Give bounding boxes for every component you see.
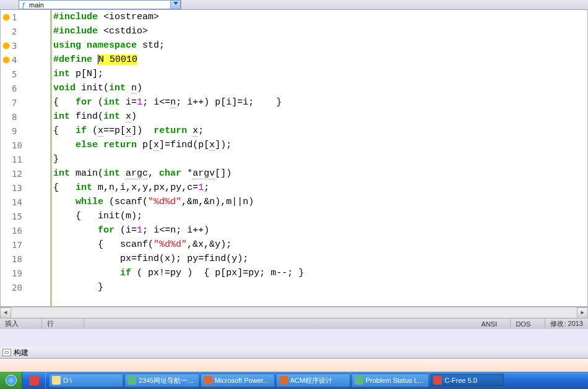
- horizontal-scrollbar[interactable]: ◄ ►: [0, 307, 588, 318]
- task-buttons: D:\2345网址导航一...Microsoft Power...ACM程序设计…: [46, 372, 588, 389]
- code-line[interactable]: else return p[x]=find(p[x]);: [52, 138, 587, 152]
- task-label: Problem Status L...: [366, 377, 424, 384]
- taskbar[interactable]: D:\2345网址导航一...Microsoft Power...ACM程序设计…: [0, 372, 588, 389]
- code-line[interactable]: }: [52, 152, 587, 166]
- task-icon: [355, 376, 363, 385]
- code-line[interactable]: int p[N];: [52, 67, 587, 81]
- ql-icon[interactable]: [29, 375, 39, 385]
- function-combo[interactable]: ƒ main: [19, 0, 181, 9]
- code-line[interactable]: int main(int argc, char *argv[]): [52, 166, 587, 181]
- toolbar-strip: ƒ main: [0, 0, 588, 10]
- line-number-gutter: 1234567891011121314151617181920: [12, 10, 50, 306]
- taskbar-task[interactable]: D:\: [49, 374, 123, 387]
- status-eol: DOS: [511, 318, 545, 329]
- status-bar: 插入 行 ANSI DOS 修改: 2013: [0, 318, 588, 329]
- function-combo-text: main: [28, 1, 170, 9]
- task-icon: [52, 376, 61, 385]
- code-line[interactable]: #include <iostream>: [52, 10, 587, 24]
- status-line: 行: [42, 318, 84, 329]
- task-icon: [128, 376, 136, 385]
- code-line[interactable]: { if (x==p[x]) return x;: [52, 124, 587, 138]
- code-line[interactable]: px=find(x); py=find(y);: [52, 252, 587, 266]
- status-encoding: ANSI: [476, 318, 511, 329]
- scroll-left-arrow[interactable]: ◄: [0, 307, 11, 318]
- task-label: ACM程序设计: [290, 376, 332, 385]
- status-modify: 修改: 2013: [545, 318, 588, 329]
- task-icon: [433, 376, 442, 385]
- task-label: Microsoft Power...: [215, 377, 269, 384]
- build-tab[interactable]: ▭ 构建: [0, 346, 588, 359]
- status-insert: 插入: [0, 318, 42, 329]
- task-label: C-Free 5.0: [444, 377, 477, 384]
- code-line[interactable]: { for (int i=1; i<=n; i++) p[i]=i; }: [52, 95, 587, 109]
- build-panel: ▭ 构建: [0, 346, 588, 372]
- scroll-track[interactable]: [11, 307, 577, 318]
- marker-column: [1, 10, 12, 306]
- build-output: [0, 359, 588, 372]
- code-line[interactable]: { int m,n,i,x,y,px,py,c=1;: [52, 181, 587, 195]
- taskbar-task[interactable]: 2345网址导航一...: [124, 374, 199, 387]
- function-icon: ƒ: [19, 1, 28, 9]
- code-line[interactable]: if ( px!=py ) { p[px]=py; m--; }: [52, 266, 587, 280]
- code-editor[interactable]: 1234567891011121314151617181920 #include…: [0, 10, 588, 307]
- toolbar-right: [181, 0, 588, 9]
- taskbar-task[interactable]: C-Free 5.0: [430, 374, 504, 387]
- code-line[interactable]: { init(m);: [52, 209, 587, 223]
- task-label: D:\: [63, 377, 72, 384]
- taskbar-task[interactable]: Problem Status L...: [352, 374, 430, 387]
- code-area[interactable]: #include <iostream>#include <cstdio>usin…: [52, 10, 587, 306]
- task-icon: [204, 376, 212, 385]
- code-line[interactable]: while (scanf("%d%d",&m,&n),m||n): [52, 195, 587, 209]
- build-icon: ▭: [2, 349, 11, 356]
- quick-launch[interactable]: [22, 372, 46, 389]
- start-button[interactable]: [0, 372, 22, 389]
- task-icon: [279, 376, 288, 385]
- code-line[interactable]: for (i=1; i<=n; i++): [52, 223, 587, 237]
- scroll-right-arrow[interactable]: ►: [577, 307, 588, 318]
- panel-gap: [0, 329, 588, 346]
- code-line[interactable]: int find(int x): [52, 109, 587, 124]
- taskbar-task[interactable]: ACM程序设计: [276, 374, 350, 387]
- taskbar-task[interactable]: Microsoft Power...: [201, 374, 275, 387]
- code-line[interactable]: void init(int n): [52, 81, 587, 95]
- build-title: 构建: [14, 348, 28, 358]
- task-label: 2345网址导航一...: [139, 376, 194, 385]
- code-line[interactable]: #define N 50010: [52, 53, 587, 67]
- start-orb-icon: [6, 375, 17, 386]
- code-line[interactable]: { scanf("%d%d",&x,&y);: [52, 237, 587, 252]
- code-line[interactable]: }: [52, 280, 587, 294]
- code-line[interactable]: #include <cstdio>: [52, 24, 587, 38]
- code-line[interactable]: using namespace std;: [52, 38, 587, 53]
- chevron-down-icon[interactable]: [170, 1, 180, 9]
